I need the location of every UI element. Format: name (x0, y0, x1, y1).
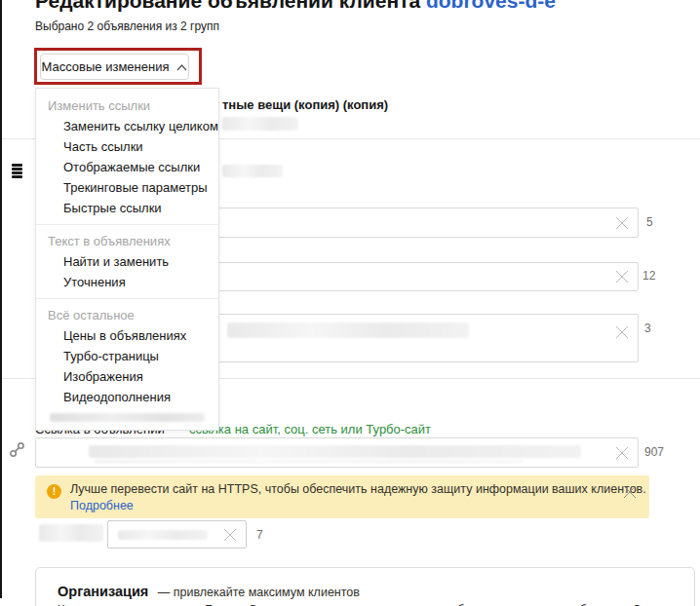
menu-item-images[interactable]: Изображения (36, 366, 218, 387)
menu-item-prices[interactable]: Цены в объявлениях (36, 325, 218, 346)
page-title: Редактирование объявлений клиента dobrov… (35, 0, 556, 13)
https-warning-banner: ! Лучше перевести сайт на HTTPS, чтобы о… (35, 475, 649, 518)
list-icon (12, 164, 22, 179)
organization-subtitle: — привлекайте максимум клиентов (158, 586, 360, 599)
menu-item-display-links[interactable]: Отображаемые ссылки (36, 157, 218, 177)
char-counter: 7 (256, 528, 263, 542)
clear-icon[interactable] (614, 215, 630, 231)
organization-card: Организация — привлекайте максимум клиен… (35, 567, 695, 606)
char-counter: 5 (646, 215, 653, 229)
selection-summary: Выбрано 2 объявления из 2 групп (35, 19, 219, 33)
warning-text: Лучше перевести сайт на HTTPS, чтобы обе… (70, 482, 646, 496)
menu-item-sitelinks[interactable]: Быстрые ссылки (36, 198, 218, 218)
redacted-url (89, 445, 581, 458)
clear-icon[interactable] (222, 527, 238, 543)
clear-icon[interactable] (614, 445, 630, 461)
bulk-edit-dropdown-menu: Изменить ссылки Заменить ссылку целиком … (35, 88, 219, 431)
redacted-label (39, 524, 103, 542)
menu-section-header: Изменить ссылки (36, 95, 218, 116)
page-title-text: Редактирование объявлений клиента (35, 0, 420, 12)
menu-divider (36, 298, 218, 299)
menu-item-turbo-pages[interactable]: Турбо-страницы (36, 346, 218, 366)
menu-divider (36, 224, 218, 225)
menu-item-video-extensions[interactable]: Видеодополнения (36, 387, 218, 407)
organization-title: Организация (58, 584, 148, 599)
menu-item-link-part[interactable]: Часть ссылки (36, 136, 218, 157)
redacted-text (222, 117, 298, 131)
close-icon[interactable] (622, 484, 638, 500)
menu-section-header: Текст в объявлениях (36, 231, 218, 251)
chevron-up-icon (176, 59, 187, 74)
window-left-border (0, 0, 2, 598)
char-counter: 907 (644, 445, 664, 459)
char-counter: 12 (642, 269, 655, 283)
ad-group-title: тные вещи (копия) (копия) (222, 97, 388, 112)
menu-item-replace-link-entirely[interactable]: Заменить ссылку целиком (36, 116, 218, 136)
menu-item-callouts[interactable]: Уточнения (36, 272, 218, 292)
client-login-link[interactable]: dobroves-d-e (426, 0, 556, 12)
redacted-text (222, 165, 283, 177)
page: Редактирование объявлений клиента dobrov… (0, 0, 700, 606)
bulk-edit-button-label: Массовые изменения (42, 59, 170, 74)
organization-heading: Организация — привлекайте максимум клиен… (58, 583, 360, 600)
menu-item-tracking-params[interactable]: Трекинговые параметры (36, 177, 218, 198)
warning-icon: ! (47, 484, 61, 499)
ad-url-field[interactable] (35, 437, 639, 468)
clear-icon[interactable] (614, 324, 630, 340)
warning-more-link[interactable]: Подробнее (70, 499, 134, 512)
char-counter: 3 (644, 322, 651, 335)
redacted-text (118, 530, 208, 540)
menu-item-find-replace[interactable]: Найти и заменить (36, 251, 218, 272)
display-link-field[interactable] (107, 520, 247, 549)
redacted-url-detail (95, 460, 524, 463)
redacted-menu-item (50, 413, 205, 422)
menu-section-header: Всё остальное (36, 305, 218, 325)
clear-icon[interactable] (614, 269, 630, 284)
bulk-edit-button[interactable]: Массовые изменения (40, 54, 189, 80)
link-icon (8, 440, 26, 463)
redacted-text (227, 322, 469, 338)
